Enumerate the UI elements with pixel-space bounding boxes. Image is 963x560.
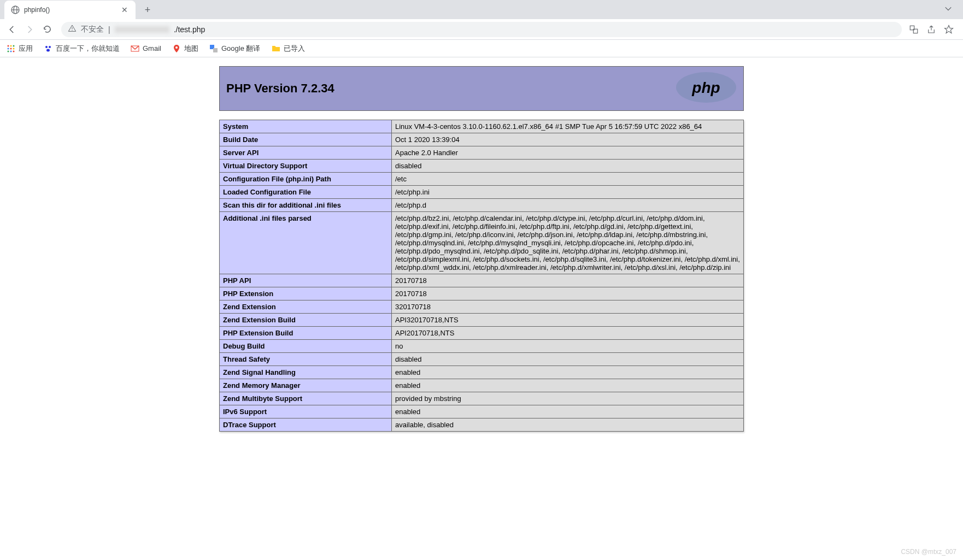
table-row: DTrace Supportavailable, disabled [220,418,744,432]
back-button[interactable] [4,22,20,37]
config-value: disabled [392,353,744,366]
config-value: 320170718 [392,300,744,314]
config-label: Scan this dir for additional .ini files [220,199,392,212]
table-row: Zend Signal Handlingenabled [220,366,744,379]
svg-point-17 [49,46,51,48]
svg-point-14 [10,50,12,52]
svg-point-9 [13,45,15,46]
bookmark-baidu[interactable]: 百度一下，你就知道 [44,44,120,54]
config-label: Virtual Directory Support [220,160,392,173]
config-label: Zend Signal Handling [220,366,392,379]
table-row: Debug Buildno [220,340,744,353]
close-icon[interactable]: ✕ [120,5,129,14]
svg-point-13 [8,50,9,52]
bookmark-label: 百度一下，你就知道 [56,44,120,54]
config-value: /etc/php.ini [392,186,744,199]
config-value: enabled [392,379,744,392]
blurred-host [115,26,169,33]
table-row: Build DateOct 1 2020 13:39:04 [220,133,744,146]
config-value: disabled [392,160,744,173]
table-row: Zend Memory Managerenabled [220,379,744,392]
config-label: Additional .ini files parsed [220,212,392,274]
browser-toolbar: 不安全 | ./test.php [0,19,963,40]
table-row: Zend Extension BuildAPI320170718,NTS [220,314,744,327]
table-row: PHP Extension20170718 [220,287,744,300]
config-label: System [220,120,392,133]
table-row: Thread Safetydisabled [220,353,744,366]
reload-button[interactable] [39,22,55,37]
php-logo-icon: php [673,71,739,106]
bookmarks-bar: 应用 百度一下，你就知道 Gmail 地图 Google 翻译 已导入 [0,40,963,57]
translate-icon[interactable] [908,24,919,35]
apps-grid-icon [7,44,15,53]
svg-point-18 [46,49,50,51]
page-content: PHP Version 7.2.34 php SystemLinux VM-4-… [0,57,963,453]
warning-icon [68,24,77,34]
table-row: Virtual Directory Supportdisabled [220,160,744,173]
star-icon[interactable] [943,24,954,35]
separator: | [108,25,110,34]
folder-icon [272,44,280,53]
config-value: /etc [392,173,744,186]
config-label: Zend Memory Manager [220,379,392,392]
table-row: Server APIApache 2.0 Handler [220,146,744,160]
apps-button[interactable]: 应用 [7,44,33,54]
config-value: no [392,340,744,353]
table-row: PHP Extension BuildAPI20170718,NTS [220,327,744,340]
svg-point-15 [13,50,15,52]
address-bar[interactable]: 不安全 | ./test.php [61,22,902,37]
config-value: 20170718 [392,287,744,300]
table-row: Zend Multibyte Supportprovided by mbstri… [220,392,744,405]
bookmark-imported[interactable]: 已导入 [272,44,305,54]
globe-icon [11,5,20,14]
svg-point-20 [175,46,178,49]
config-label: Thread Safety [220,353,392,366]
svg-point-4 [72,30,72,31]
config-label: PHP Extension Build [220,327,392,340]
forward-button[interactable] [22,22,37,37]
config-value: API320170718,NTS [392,314,744,327]
bookmark-label: Gmail [143,44,161,52]
security-label: 不安全 [81,25,104,34]
bookmark-gmail[interactable]: Gmail [131,44,161,53]
config-value: API20170718,NTS [392,327,744,340]
browser-tab[interactable]: phpinfo() ✕ [4,1,136,19]
config-label: Server API [220,146,392,160]
bookmark-maps[interactable]: 地图 [172,44,198,54]
config-value: provided by mbstring [392,392,744,405]
svg-rect-22 [213,48,218,52]
config-value: enabled [392,405,744,418]
svg-point-16 [45,46,48,48]
table-row: Scan this dir for additional .ini files/… [220,199,744,212]
tab-strip: phpinfo() ✕ + [0,0,963,19]
share-icon[interactable] [926,24,937,35]
svg-point-11 [10,48,12,49]
svg-text:php: php [691,79,720,96]
bookmark-label: Google 翻译 [221,44,261,54]
config-value: /etc/php.d [392,199,744,212]
svg-point-12 [13,48,15,49]
config-value: enabled [392,366,744,379]
config-label: IPv6 Support [220,405,392,418]
new-tab-button[interactable]: + [140,2,155,17]
svg-point-8 [10,45,12,46]
tab-title: phpinfo() [24,6,116,14]
bookmark-label: 已导入 [284,44,305,54]
bookmark-translate[interactable]: Google 翻译 [209,44,261,54]
maps-pin-icon [172,44,181,53]
config-value: available, disabled [392,418,744,432]
config-label: Zend Multibyte Support [220,392,392,405]
chevron-down-icon[interactable] [944,5,952,15]
config-value: Oct 1 2020 13:39:04 [392,133,744,146]
table-row: Zend Extension320170718 [220,300,744,314]
table-row: PHP API20170718 [220,274,744,287]
baidu-icon [44,44,52,53]
config-value: /etc/php.d/bz2.ini, /etc/php.d/calendar.… [392,212,744,274]
config-label: PHP Extension [220,287,392,300]
table-row: Configuration File (php.ini) Path/etc [220,173,744,186]
phpinfo-table: SystemLinux VM-4-3-centos 3.10.0-1160.62… [219,120,744,432]
config-value: 20170718 [392,274,744,287]
config-label: Loaded Configuration File [220,186,392,199]
url-path: ./test.php [174,25,205,34]
gmail-icon [131,44,139,53]
